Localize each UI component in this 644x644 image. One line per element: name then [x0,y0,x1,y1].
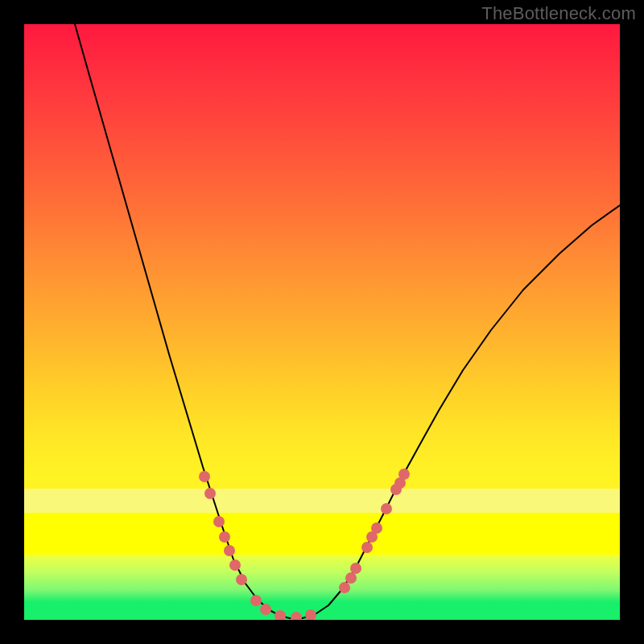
watermark-text: TheBottleneck.com [481,3,636,24]
chart-container: TheBottleneck.com [0,0,644,644]
data-marker [250,595,262,606]
data-marker [350,563,361,574]
data-marker [345,572,357,584]
data-marker [260,604,271,615]
plot-area [24,24,620,620]
data-marker [204,488,216,499]
data-marker [398,469,410,480]
data-marker [224,545,235,556]
data-marker [305,609,316,620]
data-marker [219,531,230,543]
bottleneck-curve [75,24,620,618]
data-marker [371,522,382,534]
data-marker [199,471,210,482]
data-marker [361,542,373,553]
data-marker [275,610,286,620]
data-marker [236,574,247,585]
data-marker [381,503,392,514]
data-marker [339,582,350,593]
data-marker [213,516,225,527]
chart-svg [24,24,620,620]
data-marker [229,559,241,571]
data-marker [291,612,302,620]
